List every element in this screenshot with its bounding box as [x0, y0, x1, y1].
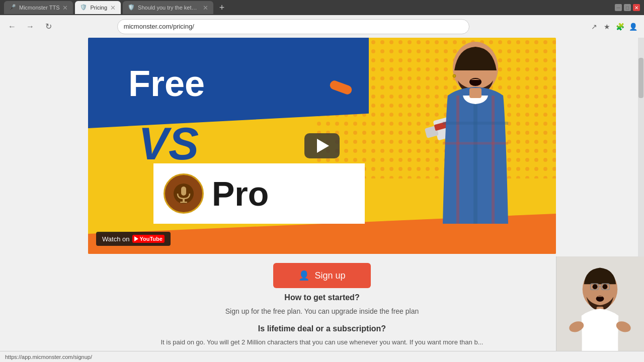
tab-pricing[interactable]: 🛡️ Pricing ✕ — [75, 1, 121, 14]
video-background: Free VS Pro — [88, 38, 556, 254]
watch-on-label: Watch on — [102, 235, 129, 243]
mic-icon — [164, 173, 204, 214]
tab3-close[interactable]: ✕ — [203, 4, 208, 12]
profile-icon[interactable]: 👤 — [628, 21, 639, 32]
svg-point-24 — [593, 284, 598, 289]
svg-rect-4 — [183, 199, 185, 202]
status-url: https://app.micmonster.com/signup/ — [5, 354, 92, 360]
play-icon — [317, 139, 329, 153]
svg-point-20 — [453, 74, 456, 77]
signup-icon: 👤 — [298, 270, 309, 281]
pro-box: Pro — [153, 163, 365, 224]
tab1-favicon: 🎤 — [9, 4, 16, 11]
browser-toolbar: ↗ ★ 🧩 👤 — [589, 21, 639, 32]
address-bar[interactable]: micmonster.com/pricing/ — [117, 19, 469, 34]
extensions-icon[interactable]: 🧩 — [615, 21, 626, 32]
video-container[interactable]: Free VS Pro — [88, 38, 556, 254]
how-to-start-desc: Sign up for the free plan. You can upgra… — [225, 307, 419, 315]
reload-button[interactable]: ↻ — [41, 20, 55, 34]
free-text: Free — [128, 63, 205, 104]
status-bar: https://app.micmonster.com/signup/ — [0, 351, 644, 362]
yt-play-icon — [134, 236, 138, 241]
face-cam-bg — [556, 256, 644, 362]
minimize-button[interactable]: ─ — [615, 4, 622, 11]
signup-label: Sign up — [314, 270, 345, 281]
tab2-close[interactable]: ✕ — [110, 4, 116, 12]
browser-chrome: 🎤 Micmonster TTS ✕ 🛡️ Pricing ✕ 🛡️ Shoul… — [0, 0, 644, 38]
address-text: micmonster.com/pricing/ — [124, 23, 463, 30]
youtube-text: YouTube — [139, 236, 162, 242]
title-bar: 🎤 Micmonster TTS ✕ 🛡️ Pricing ✕ 🛡️ Shoul… — [0, 0, 644, 15]
share-icon[interactable]: ↗ — [589, 21, 600, 32]
person-image — [375, 38, 546, 224]
signup-section: 👤 Sign up How to get started? Sign up fo… — [88, 263, 556, 346]
tab3-label: Should you try the keto diet? -... — [138, 5, 200, 11]
scrollbar-thumb[interactable] — [638, 58, 643, 98]
new-tab-button[interactable]: + — [215, 1, 228, 14]
window-controls: ─ □ ✕ — [615, 4, 640, 11]
youtube-badge[interactable]: Watch on YouTube — [96, 232, 171, 246]
back-button[interactable]: ← — [5, 20, 19, 34]
forward-button[interactable]: → — [23, 20, 37, 34]
signup-button[interactable]: 👤 Sign up — [273, 263, 370, 288]
play-button[interactable] — [304, 133, 340, 158]
pro-text: Pro — [212, 174, 269, 213]
tab3-favicon: 🛡️ — [128, 4, 135, 11]
address-bar-row: ← → ↻ micmonster.com/pricing/ ↗ ★ 🧩 👤 — [0, 15, 644, 38]
close-button[interactable]: ✕ — [633, 4, 640, 11]
youtube-logo: YouTube — [132, 235, 164, 243]
page-content: Free VS Pro — [0, 38, 644, 362]
maximize-button[interactable]: □ — [624, 4, 631, 11]
lifetime-desc: It is paid on go. You will get 2 Million… — [161, 338, 484, 346]
tab1-close[interactable]: ✕ — [62, 4, 68, 12]
tab2-label: Pricing — [90, 5, 107, 11]
bookmark-icon[interactable]: ★ — [602, 21, 613, 32]
tab2-favicon: 🛡️ — [80, 4, 87, 11]
svg-rect-5 — [180, 202, 187, 203]
tab1-label: Micmonster TTS — [19, 5, 59, 11]
svg-point-25 — [602, 284, 607, 289]
svg-rect-19 — [469, 88, 481, 98]
how-to-start-heading: How to get started? — [284, 293, 359, 302]
tab-micmonster[interactable]: 🎤 Micmonster TTS ✕ — [4, 1, 73, 14]
svg-rect-3 — [181, 187, 186, 196]
lifetime-question: Is lifetime deal or a subscription? — [258, 324, 386, 333]
tab-keto[interactable]: 🛡️ Should you try the keto diet? -... ✕ — [123, 1, 213, 14]
face-cam-overlay — [556, 256, 644, 362]
vs-text: VS — [138, 118, 199, 170]
